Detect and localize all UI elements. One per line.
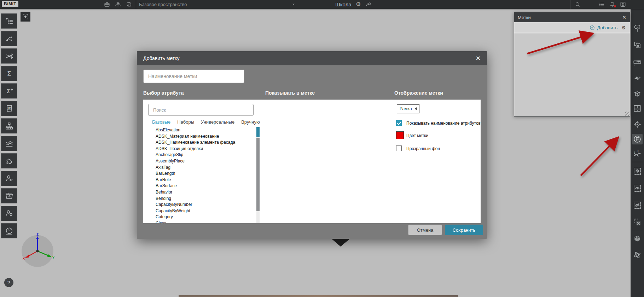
focus-button[interactable] <box>21 12 30 22</box>
panel-resize-handle[interactable] <box>625 112 630 116</box>
attribute-list: AbsElevationADSK_Материал наименованиеAD… <box>156 127 255 223</box>
help-button[interactable]: ? <box>4 278 13 287</box>
add-label-text: Добавить <box>597 25 617 30</box>
topbar-right-icons <box>598 1 626 8</box>
notifications-icon[interactable] <box>609 1 616 8</box>
user-icon[interactable] <box>620 1 626 8</box>
navigation-gizmo[interactable]: Z X Y <box>20 232 55 268</box>
frame-style-select[interactable]: Рамка <box>397 104 419 113</box>
svg-text:1: 1 <box>634 151 636 153</box>
tab-Базовые[interactable]: Базовые <box>152 119 170 125</box>
tool-axes[interactable]: 12 <box>632 149 643 160</box>
label-name-input[interactable] <box>143 70 244 83</box>
label-color-label: Цвет метки <box>406 133 428 138</box>
dialog-title: Добавить метку <box>143 55 179 61</box>
tool-view-cube[interactable] <box>632 233 643 244</box>
svg-text:Σ: Σ <box>7 70 11 77</box>
cancel-button[interactable]: Отмена <box>408 225 442 235</box>
app-logo[interactable]: BiMiT <box>2 1 18 7</box>
column-separator <box>262 100 262 223</box>
model-fragment <box>329 237 354 248</box>
topbar-divider <box>570 0 570 9</box>
tool-section-box[interactable] <box>632 89 643 99</box>
menu-list-icon[interactable] <box>598 1 605 8</box>
show-attribute-names-label: Показывать наименование атрибутов <box>406 121 481 126</box>
share-icon[interactable] <box>365 1 372 8</box>
settings-gear-icon[interactable]: ⚙ <box>355 1 362 8</box>
briefcase-icon[interactable] <box>104 1 110 8</box>
save-button[interactable]: Сохранить <box>445 225 483 235</box>
caret-down-icon[interactable] <box>291 1 296 7</box>
scrollbar-thumb[interactable] <box>256 138 260 211</box>
tool-compare-models[interactable] <box>632 40 643 50</box>
attribute-item[interactable]: CapacityByNumber <box>156 202 255 208</box>
attribute-search-input[interactable] <box>148 104 254 116</box>
tool-sigma-plus[interactable]: Σ <box>1 83 17 99</box>
attribute-item[interactable]: BarSurface <box>156 183 255 189</box>
svg-text:2D: 2D <box>7 107 11 110</box>
labels-settings-gear-icon[interactable]: ⚙ <box>621 25 627 31</box>
column-header-label-display: Отображение метки <box>394 90 443 96</box>
arrow-to-labels-tool <box>581 138 617 176</box>
svg-text:⚙: ⚙ <box>621 25 626 30</box>
attribute-item[interactable]: Class <box>156 220 255 223</box>
tool-flip[interactable] <box>632 73 643 83</box>
tab-Наборы[interactable]: Наборы <box>177 119 194 125</box>
tool-model-tree[interactable] <box>1 13 17 29</box>
tool-person-check[interactable] <box>1 171 17 186</box>
tool-folder-export[interactable] <box>1 188 17 203</box>
attribute-item[interactable]: ADSK_Материал наименование <box>156 133 255 140</box>
close-icon[interactable]: ✕ <box>476 55 481 62</box>
column-header-show-in-label: Показывать в метке <box>265 90 315 96</box>
attribute-item[interactable]: BarLength <box>156 171 255 177</box>
workspace-selector[interactable]: Базовое пространство <box>139 0 187 9</box>
tool-gauge[interactable] <box>1 223 17 238</box>
attribute-item[interactable]: CapacityByWeight <box>156 208 255 214</box>
attribute-item[interactable]: ADSK_Позиция отделки <box>156 146 255 152</box>
tool-isolate[interactable] <box>632 166 643 177</box>
attribute-item[interactable]: AnchorageSlip <box>156 152 255 158</box>
attribute-item[interactable]: AxisTag <box>156 165 255 171</box>
team-icon[interactable] <box>115 1 121 8</box>
tab-Универсальные[interactable]: Универсальные <box>201 119 234 125</box>
tool-nature-tree[interactable] <box>632 23 643 34</box>
attribute-item[interactable]: Category <box>156 214 255 220</box>
tool-person-pin[interactable] <box>1 206 17 221</box>
tab-Вручную[interactable]: Вручную <box>241 119 260 125</box>
tool-sheet-2d[interactable]: 2D <box>1 101 17 116</box>
attribute-item[interactable]: Bending <box>156 196 255 202</box>
tool-scheme[interactable] <box>1 118 17 133</box>
labels-panel-toolbar: Добавить ⚙ <box>514 22 630 33</box>
tool-show[interactable] <box>632 183 643 194</box>
show-attribute-names-checkbox[interactable] <box>396 120 402 126</box>
tool-puzzle[interactable] <box>1 153 17 168</box>
attribute-item[interactable]: Behavior <box>156 189 255 196</box>
add-label-button[interactable]: Добавить <box>589 25 617 31</box>
tool-floorplan[interactable] <box>632 103 643 114</box>
label-color-swatch[interactable] <box>396 131 404 139</box>
tool-hide[interactable] <box>632 200 643 210</box>
tool-chart-lines[interactable] <box>1 136 17 151</box>
tool-locate[interactable] <box>632 119 643 130</box>
attribute-list-scrollbar[interactable] <box>256 127 260 223</box>
attribute-item[interactable]: BarRole <box>156 177 255 183</box>
attribute-item[interactable]: AssemblyPlace <box>156 158 255 165</box>
tool-branch[interactable] <box>1 31 17 46</box>
shield-icon[interactable] <box>126 1 132 8</box>
topbar-left-icons <box>104 1 132 8</box>
attribute-item[interactable]: ADSK_Наименование элемента фасада <box>156 139 255 146</box>
labels-panel: Метки ✕ Добавить ⚙ <box>514 12 630 117</box>
tool-sigma[interactable]: Σ <box>1 66 17 81</box>
gizmo-z-label: Z <box>36 233 39 236</box>
scrollbar-thumb-top[interactable] <box>256 127 260 137</box>
close-icon[interactable]: ✕ <box>622 14 626 20</box>
tool-orbit[interactable] <box>632 250 643 260</box>
add-label-dialog: Добавить метку ✕ Выбор атрибута Показыва… <box>137 51 487 239</box>
search-icon[interactable] <box>574 1 581 8</box>
tool-labels[interactable] <box>632 134 643 144</box>
tool-clear[interactable] <box>632 217 643 227</box>
attribute-item[interactable]: AbsElevation <box>156 127 255 133</box>
tool-shuffle[interactable] <box>1 48 17 64</box>
transparent-bg-checkbox[interactable] <box>396 145 402 151</box>
tool-ruler[interactable] <box>632 57 643 67</box>
